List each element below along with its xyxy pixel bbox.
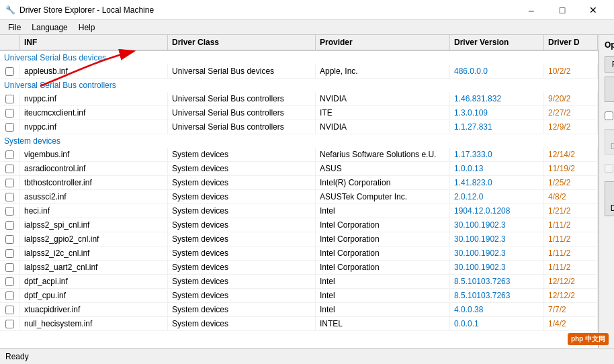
row-date: 12/12/2	[544, 275, 598, 288]
row-date: 12/14/2	[544, 148, 598, 161]
row-checkbox[interactable]	[5, 179, 14, 187]
table-row[interactable]: heci.infSystem devicesIntel1904.12.0.120…	[0, 204, 598, 218]
row-checkbox[interactable]	[5, 67, 14, 76]
row-checkbox[interactable]	[5, 165, 14, 173]
row-provider: INTEL	[316, 317, 450, 330]
row-version: 8.5.10103.7263	[450, 289, 544, 302]
col-driver-class[interactable]: Driver Class	[168, 35, 316, 50]
title-bar: 🔧 Driver Store Explorer - Local Machine …	[0, 0, 614, 20]
add-driver-button[interactable]: Add Driver	[605, 77, 614, 102]
table-row[interactable]: appleusb.infUniversal Serial Bus devices…	[0, 64, 598, 79]
table-row[interactable]: nvppc.infUniversal Serial Bus controller…	[0, 120, 598, 134]
row-version: 0.0.0.1	[450, 317, 544, 330]
row-checkbox-cell	[0, 106, 20, 120]
row-date: 12/9/2	[544, 120, 598, 134]
row-version: 1904.12.0.1208	[450, 204, 544, 218]
col-date[interactable]: Driver D	[544, 35, 598, 50]
table-row[interactable]: asussci2.infSystem devicesASUSTek Comput…	[0, 190, 598, 204]
app-icon: 🔧	[5, 5, 15, 15]
row-inf: null_hecisystem.inf	[20, 317, 168, 330]
row-checkbox-cell	[0, 289, 20, 302]
row-checkbox[interactable]	[5, 123, 14, 132]
row-inf: tbthostcontroller.inf	[20, 176, 168, 189]
table-row[interactable]: xtuacpidriver.infSystem devicesIntel4.0.…	[0, 303, 598, 317]
table-row[interactable]: ialpss2_uart2_cnl.infSystem devicesIntel…	[0, 261, 598, 275]
row-checkbox[interactable]	[5, 277, 14, 286]
table-row[interactable]: iteucmcxclient.infUniversal Serial Bus c…	[0, 106, 598, 120]
col-provider[interactable]: Provider	[316, 35, 450, 50]
row-checkbox[interactable]	[5, 263, 14, 272]
row-version: 30.100.1902.3	[450, 218, 544, 232]
table-row[interactable]: ialpss2_gpio2_cnl.infSystem devicesIntel…	[0, 232, 598, 246]
row-date: 11/19/2	[544, 162, 598, 175]
row-checkbox[interactable]	[5, 109, 14, 118]
table-row[interactable]: asradiocontrol.infSystem devicesASUS1.0.…	[0, 162, 598, 176]
row-class: Universal Serial Bus controllers	[168, 106, 316, 120]
row-date: 1/11/2	[544, 218, 598, 232]
delete-driver-button[interactable]: Delete Driver(s)	[605, 129, 614, 154]
group-header[interactable]: System devices	[0, 134, 598, 148]
row-version: 1.41.823.0	[450, 176, 544, 189]
row-checkbox-cell	[0, 92, 20, 105]
row-version: 1.3.0.109	[450, 106, 544, 120]
table-row[interactable]: ialpss2_i2c_cnl.infSystem devicesIntel C…	[0, 246, 598, 261]
row-date: 7/7/2	[544, 303, 598, 316]
row-date: 4/8/2	[544, 190, 598, 203]
table-row[interactable]: dptf_acpi.infSystem devicesIntel8.5.1010…	[0, 275, 598, 289]
row-inf: ialpss2_gpio2_cnl.inf	[20, 232, 168, 246]
row-checkbox[interactable]	[5, 291, 14, 300]
row-provider: Apple, Inc.	[316, 64, 450, 78]
row-provider: Intel Corporation	[316, 218, 450, 232]
row-class: System devices	[168, 176, 316, 189]
row-checkbox[interactable]	[5, 221, 14, 230]
force-deletion-checkbox[interactable]	[605, 164, 613, 173]
row-checkbox-cell	[0, 275, 20, 288]
table-row[interactable]: null_hecisystem.infSystem devicesINTEL0.…	[0, 317, 598, 331]
row-checkbox[interactable]	[5, 193, 14, 201]
row-checkbox-cell	[0, 120, 20, 134]
row-checkbox-cell	[0, 162, 20, 175]
menu-file[interactable]: File	[3, 21, 26, 34]
row-class: System devices	[168, 190, 316, 203]
row-checkbox[interactable]	[5, 235, 14, 244]
row-provider: Intel Corporation	[316, 261, 450, 274]
col-version[interactable]: Driver Version	[450, 35, 544, 50]
install-driver-checkbox[interactable]	[605, 111, 613, 120]
select-old-button[interactable]: Select Old Driver(s)	[605, 181, 614, 216]
refresh-button[interactable]: Refresh	[605, 56, 614, 73]
row-class: Universal Serial Bus controllers	[168, 120, 316, 134]
row-version: 30.100.1902.3	[450, 261, 544, 274]
table-row[interactable]: nvppc.infUniversal Serial Bus controller…	[0, 92, 598, 106]
table-row[interactable]: ialpss2_spi_cnl.infSystem devicesIntel C…	[0, 218, 598, 232]
row-checkbox[interactable]	[5, 207, 14, 216]
table-row[interactable]: tbthostcontroller.infSystem devicesIntel…	[0, 176, 598, 190]
minimize-button[interactable]: –	[516, 0, 547, 20]
row-class: System devices	[168, 275, 316, 288]
row-class: System devices	[168, 204, 316, 218]
row-class: System devices	[168, 162, 316, 175]
row-checkbox[interactable]	[5, 306, 14, 314]
close-button[interactable]: ✕	[578, 0, 609, 20]
row-class: Universal Serial Bus devices	[168, 64, 316, 78]
menu-language[interactable]: Language	[26, 21, 73, 34]
row-inf: asradiocontrol.inf	[20, 162, 168, 175]
group-header[interactable]: Universal Serial Bus devices	[0, 51, 598, 64]
row-checkbox[interactable]	[5, 95, 14, 103]
group-header[interactable]: Universal Serial Bus controllers	[0, 79, 598, 92]
maximize-button[interactable]: □	[547, 0, 578, 20]
menu-help[interactable]: Help	[73, 21, 101, 34]
row-date: 10/2/2	[544, 64, 598, 78]
table-row[interactable]: vigembus.infSystem devicesNefarius Softw…	[0, 148, 598, 162]
row-version: 8.5.10103.7263	[450, 275, 544, 288]
row-checkbox[interactable]	[5, 249, 14, 258]
row-checkbox[interactable]	[5, 150, 14, 159]
table-row[interactable]: dptf_cpu.infSystem devicesIntel8.5.10103…	[0, 289, 598, 303]
row-version: 1.1.27.831	[450, 120, 544, 134]
status-text: Ready	[5, 352, 29, 361]
row-checkbox-cell	[0, 204, 20, 218]
watermark: php 中文网	[568, 333, 609, 345]
row-version: 1.0.0.13	[450, 162, 544, 175]
row-inf: asussci2.inf	[20, 190, 168, 203]
row-checkbox[interactable]	[5, 320, 14, 328]
col-inf[interactable]: INF	[20, 35, 168, 50]
